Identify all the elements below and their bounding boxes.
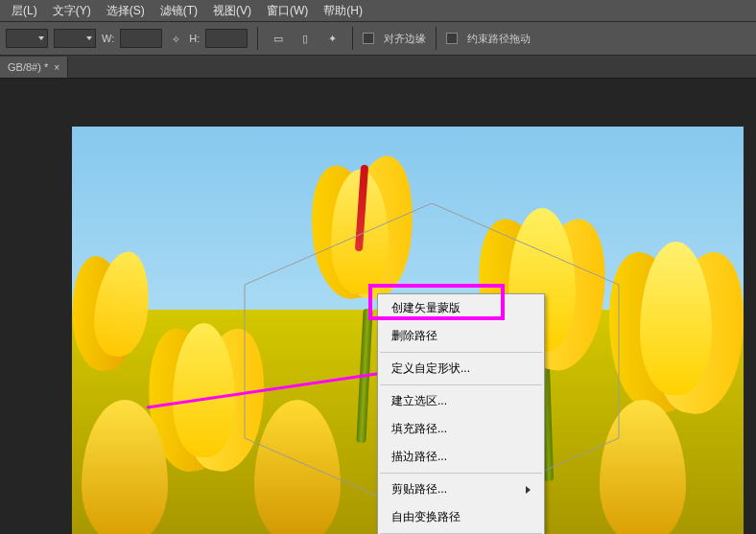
constrain-path-label: 约束路径拖动 — [467, 32, 531, 46]
close-icon[interactable]: × — [54, 62, 59, 73]
align-edges-checkbox[interactable] — [363, 33, 374, 44]
link-icon[interactable]: ⟡ — [168, 31, 183, 46]
document-tab-bar: GB/8#) * × — [0, 56, 756, 79]
menu-text[interactable]: 文字(Y) — [45, 3, 99, 19]
menu-make-selection[interactable]: 建立选区... — [378, 387, 544, 415]
submenu-arrow-icon — [526, 486, 531, 494]
shape-mode-dropdown[interactable] — [6, 29, 48, 48]
path-align-icon[interactable]: ▭ — [268, 28, 289, 49]
height-label: H: — [189, 33, 200, 44]
menu-filter[interactable]: 滤镜(T) — [153, 3, 205, 19]
document-tab[interactable]: GB/8#) * × — [0, 57, 68, 78]
constrain-path-checkbox[interactable] — [446, 33, 458, 44]
menu-view[interactable]: 视图(V) — [205, 3, 259, 19]
chevron-down-icon — [86, 36, 92, 40]
path-options-icon[interactable]: ✦ — [321, 28, 343, 49]
tab-label: GB/8#) * — [8, 61, 48, 73]
image-detail — [571, 400, 724, 534]
width-input[interactable] — [120, 29, 162, 48]
divider — [436, 27, 437, 50]
menu-separator — [380, 473, 542, 474]
divider — [257, 27, 258, 50]
image-detail — [72, 251, 149, 376]
image-detail — [72, 400, 216, 534]
chevron-down-icon — [38, 36, 44, 40]
path-arrange-icon[interactable]: ▯ — [295, 28, 316, 49]
align-edges-label: 对齐边缘 — [384, 32, 426, 46]
menu-define-custom-shape[interactable]: 定义自定形状... — [378, 355, 544, 383]
menu-separator — [380, 384, 542, 385]
divider — [352, 27, 353, 50]
context-menu: 创建矢量蒙版 删除路径 定义自定形状... 建立选区... 填充路径... 描边… — [377, 293, 545, 534]
menu-clipping-path[interactable]: 剪贴路径... — [378, 476, 544, 503]
menu-free-transform-path[interactable]: 自由变换路径 — [378, 503, 544, 531]
fill-dropdown[interactable] — [54, 29, 96, 48]
menu-separator — [380, 352, 542, 353]
image-detail — [225, 400, 379, 534]
height-input[interactable] — [205, 29, 248, 48]
menu-stroke-path[interactable]: 描边路径... — [378, 443, 544, 471]
menu-help[interactable]: 帮助(H) — [316, 3, 370, 19]
menu-layer[interactable]: 层(L) — [4, 3, 45, 19]
width-label: W: — [102, 33, 114, 44]
menu-bar: 层(L) 文字(Y) 选择(S) 滤镜(T) 视图(V) 窗口(W) 帮助(H) — [0, 0, 756, 21]
menu-window[interactable]: 窗口(W) — [259, 3, 316, 19]
menu-fill-path[interactable]: 填充路径... — [378, 415, 544, 443]
options-bar: W: ⟡ H: ▭ ▯ ✦ 对齐边缘 约束路径拖动 — [0, 21, 756, 56]
menu-delete-path[interactable]: 删除路径 — [378, 322, 544, 350]
menu-select[interactable]: 选择(S) — [99, 3, 153, 19]
image-detail — [609, 242, 744, 424]
menu-create-vector-mask[interactable]: 创建矢量蒙版 — [378, 294, 544, 322]
